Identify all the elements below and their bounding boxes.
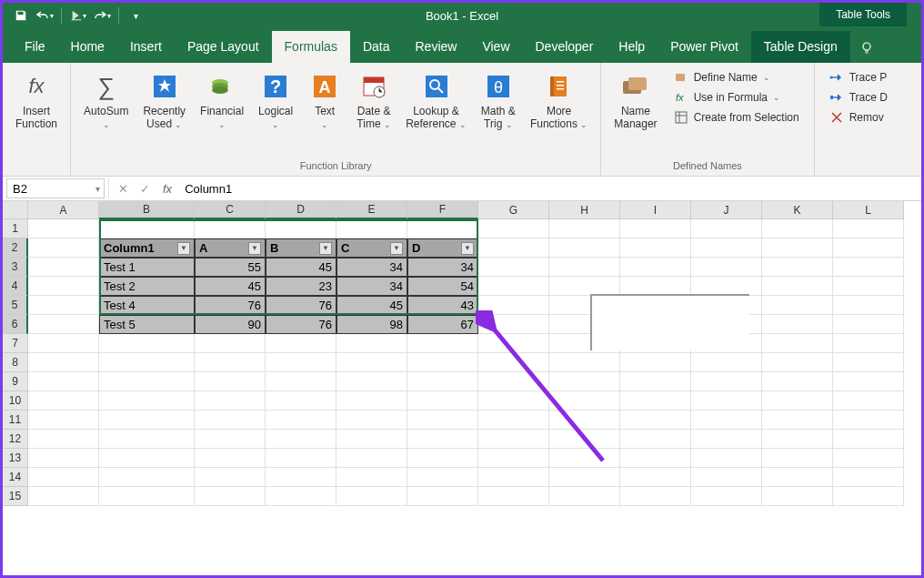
cell-E7[interactable] [336,334,407,353]
cell-H11[interactable] [549,411,620,430]
cell-F11[interactable] [407,411,478,430]
cell-J8[interactable] [691,353,762,372]
cell-C11[interactable] [195,411,266,430]
cell-B13[interactable] [99,449,195,468]
cell-H1[interactable] [549,219,620,238]
cell-K15[interactable] [762,487,833,506]
lookup-reference-button[interactable]: Lookup & Reference ⌄ [400,66,472,135]
cancel-icon[interactable]: ✕ [112,178,134,198]
cell-B14[interactable] [99,468,195,487]
row-header-8[interactable]: 8 [3,353,28,372]
cell-I11[interactable] [620,411,691,430]
filter-dropdown-icon[interactable]: ▼ [319,242,332,255]
cell-B9[interactable] [99,372,195,391]
cell-B12[interactable] [99,430,195,449]
cell-G13[interactable] [478,449,549,468]
cell-K4[interactable] [762,277,833,296]
cell-I4[interactable] [620,277,691,296]
cell-I14[interactable] [620,468,691,487]
trace-precedents-button[interactable]: Trace P [826,68,891,86]
cell-G3[interactable] [478,258,549,277]
cell-J13[interactable] [691,449,762,468]
define-name-button[interactable]: Define Name ⌄ [670,68,803,86]
cell-J12[interactable] [691,430,762,449]
col-header-F[interactable]: F [407,201,478,219]
cell-I13[interactable] [620,449,691,468]
enter-icon[interactable]: ✓ [134,178,156,198]
cell-D3[interactable]: 45 [266,258,336,277]
cell-E6[interactable]: 98 [336,315,407,334]
cell-K7[interactable] [762,334,833,353]
cell-E11[interactable] [336,411,407,430]
row-header-13[interactable]: 13 [3,449,28,468]
cell-F4[interactable]: 54 [407,277,478,296]
cell-D15[interactable] [266,487,336,506]
cell-B8[interactable] [99,353,195,372]
cell-B1[interactable] [99,219,195,238]
formula-input[interactable] [179,182,921,196]
qat-customize-icon[interactable]: ▾ [125,5,146,25]
cell-F7[interactable] [407,334,478,353]
cell-I1[interactable] [620,219,691,238]
cell-K8[interactable] [762,353,833,372]
cell-F9[interactable] [407,372,478,391]
row-header-3[interactable]: 3 [3,258,28,277]
remove-arrows-button[interactable]: Remov [826,108,891,127]
cell-H15[interactable] [549,487,620,506]
quick-icon[interactable]: ▾ [67,5,89,25]
cell-A10[interactable] [28,391,99,411]
cell-D4[interactable]: 23 [266,277,336,296]
cell-G12[interactable] [478,430,549,449]
cell-G1[interactable] [478,219,549,238]
cell-K13[interactable] [762,449,833,468]
cell-D11[interactable] [266,411,336,430]
cell-J14[interactable] [691,468,762,487]
cell-C12[interactable] [195,430,266,449]
cell-G11[interactable] [478,411,549,430]
cell-J11[interactable] [691,411,762,430]
cell-K6[interactable] [762,315,833,334]
cell-D9[interactable] [266,372,336,391]
spreadsheet-grid[interactable]: ABCDEFGHIJKL 12Column1▼A▼B▼C▼D▼3Test 155… [3,201,921,506]
filter-dropdown-icon[interactable]: ▼ [390,242,403,255]
insert-function-button[interactable]: fx Insert Function [10,66,63,134]
cell-C7[interactable] [195,334,266,353]
cell-L6[interactable] [833,315,904,334]
cell-F15[interactable] [407,487,478,506]
cell-L7[interactable] [833,334,904,353]
tab-home[interactable]: Home [58,31,117,63]
row-header-9[interactable]: 9 [3,372,28,391]
tab-data[interactable]: Data [350,31,403,63]
row-header-7[interactable]: 7 [3,334,28,353]
cell-K10[interactable] [762,391,833,411]
cell-C6[interactable]: 90 [195,315,266,334]
cell-C9[interactable] [195,372,266,391]
row-header-12[interactable]: 12 [3,430,28,449]
cell-C10[interactable] [195,391,266,411]
row-header-4[interactable]: 4 [3,277,28,296]
cell-G10[interactable] [478,391,549,411]
cell-L1[interactable] [833,219,904,238]
cell-F10[interactable] [407,391,478,411]
cell-K12[interactable] [762,430,833,449]
col-header-G[interactable]: G [478,201,549,219]
cell-E14[interactable] [336,468,407,487]
filter-dropdown-icon[interactable]: ▼ [248,242,261,255]
cell-F12[interactable] [407,430,478,449]
cell-E12[interactable] [336,430,407,449]
cell-I2[interactable] [620,238,691,258]
cell-G14[interactable] [478,468,549,487]
filter-dropdown-icon[interactable]: ▼ [177,242,190,255]
cell-A13[interactable] [28,449,99,468]
cell-L8[interactable] [833,353,904,372]
cell-A11[interactable] [28,411,99,430]
redo-icon[interactable]: ▾ [91,5,113,25]
cell-K1[interactable] [762,219,833,238]
cell-B7[interactable] [99,334,195,353]
cell-K3[interactable] [762,258,833,277]
save-icon[interactable] [10,5,32,25]
cell-C15[interactable] [195,487,266,506]
cell-H2[interactable] [549,238,620,258]
cell-G8[interactable] [478,353,549,372]
tab-help[interactable]: Help [606,31,658,63]
